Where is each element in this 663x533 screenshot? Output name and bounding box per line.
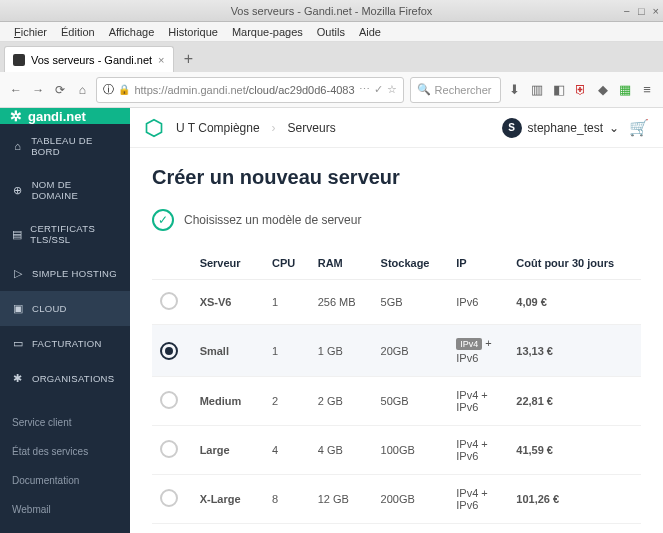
cell-storage: 20GB (373, 325, 449, 377)
search-bar[interactable]: 🔍 Rechercher (410, 77, 501, 103)
radio-input[interactable] (160, 440, 178, 458)
brand[interactable]: ✲ gandi.net (0, 108, 130, 124)
info-icon[interactable]: ⓘ (103, 82, 114, 97)
window-title: Vos serveurs - Gandi.net - Mozilla Firef… (231, 5, 433, 17)
cell-price: 41,59 € (508, 426, 641, 475)
downloads-icon[interactable]: ⬇ (507, 82, 523, 98)
cell-cpu: 1 (264, 280, 310, 325)
navbar: ← → ⟳ ⌂ ⓘ 🔒 https://admin.gandi.net/clou… (0, 72, 663, 108)
menu-edit[interactable]: Édition (55, 24, 101, 40)
cell-cpu: 2 (264, 377, 310, 426)
menubar: FFichierichier Édition Affichage Histori… (0, 22, 663, 42)
menu-file[interactable]: FFichierichier (8, 24, 53, 40)
breadcrumb-servers[interactable]: Serveurs (288, 121, 336, 135)
menu-tools[interactable]: Outils (311, 24, 351, 40)
globe-icon: ⊕ (12, 184, 24, 197)
cell-storage: 50GB (373, 377, 449, 426)
sidebar-item-domain[interactable]: ⊕NOM DE DOMAINE (0, 168, 130, 212)
table-row[interactable]: X-Large 8 12 GB 200GB IPv4 +IPv6 101,26 … (152, 475, 641, 524)
home-button[interactable]: ⌂ (74, 80, 90, 100)
menu-bookmarks[interactable]: Marque-pages (226, 24, 309, 40)
cell-price: 22,81 € (508, 377, 641, 426)
menu-view[interactable]: Affichage (103, 24, 161, 40)
table-row[interactable]: XS-V6 1 256 MB 5GB IPv6 4,09 € (152, 280, 641, 325)
sidebar-item-label: NOM DE DOMAINE (32, 179, 118, 201)
cell-price: 198,09 € (508, 524, 641, 534)
new-tab-button[interactable]: + (176, 46, 202, 72)
table-row[interactable]: Medium 2 2 GB 50GB IPv4 +IPv6 22,81 € (152, 377, 641, 426)
cell-storage: 100GB (373, 426, 449, 475)
ext2-icon[interactable]: ▦ (617, 82, 633, 98)
cart-icon[interactable]: 🛒 (629, 118, 649, 137)
col-storage: Stockage (373, 247, 449, 280)
cell-storage: 200GB (373, 475, 449, 524)
menu-icon[interactable]: ≡ (639, 82, 655, 98)
table-row[interactable]: Small 1 1 GB 20GB IPv4 +IPv6 13,13 € (152, 325, 641, 377)
sidebar-item-cloud[interactable]: ▣CLOUD (0, 291, 130, 326)
radio-input[interactable] (160, 342, 178, 360)
sidebar-link-contracts[interactable]: Contrats (0, 524, 130, 533)
sidebar-link-status[interactable]: État des services (0, 437, 130, 466)
table-header-row: Serveur CPU RAM Stockage IP Coût pour 30… (152, 247, 641, 280)
sidebar-link-webmail[interactable]: Webmail (0, 495, 130, 524)
content: Créer un nouveau serveur ✓ Choisissez un… (130, 148, 663, 533)
cell-price: 4,09 € (508, 280, 641, 325)
cell-ram: 24 GB (310, 524, 373, 534)
table-row[interactable]: Kick Ass 16 24 GB 1TB IPv4 +IPv6 198,09 … (152, 524, 641, 534)
col-ram: RAM (310, 247, 373, 280)
menu-help[interactable]: Aide (353, 24, 387, 40)
brand-text: gandi.net (28, 109, 86, 124)
sidebar-item-certs[interactable]: ▤CERTIFICATS TLS/SSL (0, 212, 130, 256)
sidebar-item-billing[interactable]: ▭FACTURATION (0, 326, 130, 361)
minimize-icon[interactable]: − (623, 5, 629, 17)
cloud-icon: ▣ (12, 302, 24, 315)
cell-server: Medium (192, 377, 264, 426)
cell-ip: IPv4 +IPv6 (448, 475, 508, 524)
card-icon: ▭ (12, 337, 24, 350)
sidebar-item-label: CERTIFICATS TLS/SSL (30, 223, 118, 245)
sidebar-link-support[interactable]: Service client (0, 408, 130, 437)
maximize-icon[interactable]: □ (638, 5, 645, 17)
user-menu[interactable]: S stephane_test ⌄ (502, 118, 619, 138)
library-icon[interactable]: ▥ (529, 82, 545, 98)
cell-ip: IPv4 +IPv6 (448, 377, 508, 426)
page-title: Créer un nouveau serveur (152, 166, 641, 189)
shield-icon[interactable]: ⛨ (573, 82, 589, 98)
sidebar-item-dashboard[interactable]: ⌂TABLEAU DE BORD (0, 124, 130, 168)
sidebar-item-label: CLOUD (32, 303, 67, 314)
radio-input[interactable] (160, 391, 178, 409)
cell-storage: 5GB (373, 280, 449, 325)
reader-icon[interactable]: ✓ (374, 83, 383, 96)
window-titlebar: Vos serveurs - Gandi.net - Mozilla Firef… (0, 0, 663, 22)
table-row[interactable]: Large 4 4 GB 100GB IPv4 +IPv6 41,59 € (152, 426, 641, 475)
col-price: Coût pour 30 jours (508, 247, 641, 280)
url-more-icon[interactable]: ⋯ (359, 83, 370, 96)
sidebar-link-docs[interactable]: Documentation (0, 466, 130, 495)
ext1-icon[interactable]: ◆ (595, 82, 611, 98)
close-window-icon[interactable]: × (653, 5, 659, 17)
tab-close-icon[interactable]: × (158, 54, 164, 66)
radio-input[interactable] (160, 489, 178, 507)
svg-marker-0 (147, 119, 162, 136)
dashboard-icon: ⌂ (12, 140, 23, 152)
back-button[interactable]: ← (8, 80, 24, 100)
cell-ip: IPv6 (448, 280, 508, 325)
url-bar[interactable]: ⓘ 🔒 https://admin.gandi.net/cloud/ac29d0… (96, 77, 403, 103)
breadcrumb-org[interactable]: U T Compiègne (176, 121, 260, 135)
reload-button[interactable]: ⟳ (52, 80, 68, 100)
cell-ip: IPv4 +IPv6 (448, 325, 508, 377)
sidebar-item-hosting[interactable]: ▷SIMPLE HOSTING (0, 256, 130, 291)
sidebar-icon[interactable]: ◧ (551, 82, 567, 98)
sidebar-item-label: TABLEAU DE BORD (31, 135, 118, 157)
sidebar: ✲ gandi.net ⌂TABLEAU DE BORD ⊕NOM DE DOM… (0, 108, 130, 533)
sidebar-item-orgs[interactable]: ✱ORGANISATIONS (0, 361, 130, 396)
forward-button[interactable]: → (30, 80, 46, 100)
lock-icon[interactable]: 🔒 (118, 84, 130, 95)
browser-tab[interactable]: Vos serveurs - Gandi.net × (4, 46, 174, 72)
bookmark-icon[interactable]: ☆ (387, 83, 397, 96)
cell-server: Kick Ass (192, 524, 264, 534)
tab-favicon-icon (13, 54, 25, 66)
sidebar-item-label: SIMPLE HOSTING (32, 268, 117, 279)
radio-input[interactable] (160, 292, 178, 310)
menu-history[interactable]: Historique (162, 24, 224, 40)
